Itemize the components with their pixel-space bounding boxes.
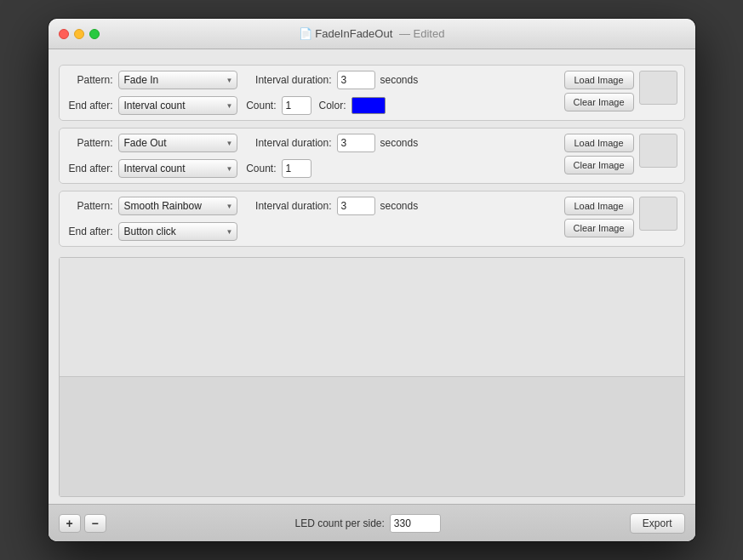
clear-image-button-2[interactable]: Clear Image: [564, 156, 634, 174]
count-label-2: Count:: [243, 163, 277, 174]
load-image-button-1[interactable]: Load Image: [564, 71, 634, 89]
image-area-1: Load Image Clear Image: [564, 71, 634, 111]
rows-container: Pattern: Fade In Fade Out Smooth Rainbow…: [49, 58, 695, 257]
seconds-label-2: seconds: [380, 137, 419, 149]
row-1-top: Pattern: Fade In Fade Out Smooth Rainbow…: [66, 71, 554, 89]
interval-label-1: Interval duration:: [243, 74, 332, 86]
pattern-label-2: Pattern:: [66, 137, 113, 149]
endafter-label-1: End after:: [66, 100, 113, 111]
doc-icon: 📄: [299, 27, 312, 40]
count-input-1[interactable]: 1: [282, 96, 311, 115]
row-1-fields: Pattern: Fade In Fade Out Smooth Rainbow…: [66, 71, 554, 115]
pattern-select-3[interactable]: Fade In Fade Out Smooth Rainbow: [118, 197, 237, 215]
load-image-button-3[interactable]: Load Image: [564, 197, 634, 215]
minimize-button[interactable]: [74, 29, 84, 39]
endafter-select-wrapper-1: Interval count Button click Forever: [118, 96, 237, 115]
add-row-button[interactable]: +: [59, 514, 81, 533]
led-count-label: LED count per side:: [294, 517, 384, 529]
row-3-fields: Pattern: Fade In Fade Out Smooth Rainbow…: [66, 197, 554, 241]
row-group-1: Pattern: Fade In Fade Out Smooth Rainbow…: [59, 65, 685, 121]
clear-image-button-1[interactable]: Clear Image: [564, 93, 634, 111]
pattern-label-3: Pattern:: [66, 200, 113, 212]
pattern-select-wrapper-1: Fade In Fade Out Smooth Rainbow: [118, 71, 237, 89]
row-group-2: Pattern: Fade In Fade Out Smooth Rainbow…: [59, 128, 685, 184]
interval-label-3: Interval duration:: [243, 200, 332, 212]
endafter-select-wrapper-3: Interval count Button click Forever: [118, 222, 237, 241]
endafter-select-1[interactable]: Interval count Button click Forever: [118, 96, 237, 115]
interval-input-3[interactable]: 3: [337, 197, 375, 215]
count-label-1: Count:: [243, 100, 277, 111]
interval-label-2: Interval duration:: [243, 137, 332, 149]
content-area: Pattern: Fade In Fade Out Smooth Rainbow…: [49, 49, 695, 541]
endafter-label-3: End after:: [66, 226, 113, 237]
color-swatch-1[interactable]: [351, 97, 386, 114]
image-thumb-3: [639, 197, 677, 231]
row-2-bottom: End after: Interval count Button click F…: [66, 159, 554, 178]
footer-center: LED count per side: 330: [113, 514, 623, 533]
led-count-input[interactable]: 330: [390, 514, 441, 533]
image-area-2: Load Image Clear Image: [564, 134, 634, 174]
close-button[interactable]: [59, 29, 69, 39]
window-title: 📄 FadeInFadeOut — Edited: [299, 27, 445, 40]
pattern-label-1: Pattern:: [66, 74, 113, 86]
footer: + − LED count per side: 330 Export: [49, 504, 695, 541]
endafter-select-3[interactable]: Interval count Button click Forever: [118, 222, 237, 241]
main-bottom-panel: [60, 377, 684, 496]
row-group-3: Pattern: Fade In Fade Out Smooth Rainbow…: [59, 191, 685, 247]
color-label-1: Color:: [317, 100, 346, 111]
main-top-panel: [60, 258, 684, 377]
clear-image-button-3[interactable]: Clear Image: [564, 219, 634, 237]
image-area-3: Load Image Clear Image: [564, 197, 634, 237]
row-2-top: Pattern: Fade In Fade Out Smooth Rainbow…: [66, 134, 554, 152]
remove-row-button[interactable]: −: [84, 514, 106, 533]
footer-controls-left: + −: [59, 514, 106, 533]
image-thumb-2: [639, 134, 677, 168]
endafter-select-wrapper-2: Interval count Button click Forever: [118, 159, 237, 178]
interval-input-1[interactable]: 3: [337, 71, 375, 89]
titlebar: 📄 FadeInFadeOut — Edited: [49, 19, 695, 49]
image-thumb-1: [639, 71, 677, 105]
pattern-select-1[interactable]: Fade In Fade Out Smooth Rainbow: [118, 71, 237, 89]
load-image-button-2[interactable]: Load Image: [564, 134, 634, 152]
pattern-select-wrapper-3: Fade In Fade Out Smooth Rainbow: [118, 197, 237, 215]
interval-input-2[interactable]: 3: [337, 134, 375, 152]
seconds-label-1: seconds: [380, 74, 419, 86]
seconds-label-3: seconds: [380, 200, 419, 212]
endafter-label-2: End after:: [66, 163, 113, 174]
row-1-bottom: End after: Interval count Button click F…: [66, 96, 554, 115]
main-window: 📄 FadeInFadeOut — Edited Pattern: Fade I…: [49, 19, 695, 541]
pattern-select-wrapper-2: Fade In Fade Out Smooth Rainbow: [118, 134, 237, 152]
row-2-fields: Pattern: Fade In Fade Out Smooth Rainbow…: [66, 134, 554, 178]
pattern-select-2[interactable]: Fade In Fade Out Smooth Rainbow: [118, 134, 237, 152]
row-3-top: Pattern: Fade In Fade Out Smooth Rainbow…: [66, 197, 554, 215]
main-content-area: [59, 257, 685, 497]
maximize-button[interactable]: [89, 29, 100, 39]
endafter-select-2[interactable]: Interval count Button click Forever: [118, 159, 237, 178]
row-3-bottom: End after: Interval count Button click F…: [66, 222, 554, 241]
traffic-lights: [59, 29, 100, 39]
count-input-2[interactable]: 1: [282, 159, 311, 178]
export-button[interactable]: Export: [630, 513, 685, 534]
